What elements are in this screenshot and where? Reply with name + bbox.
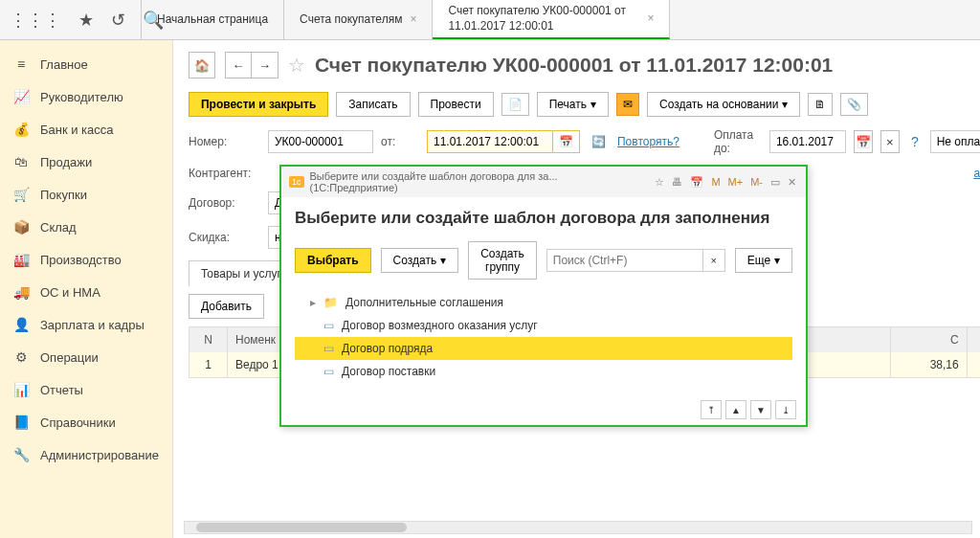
- tab-label: Счета покупателям: [300, 12, 402, 28]
- from-label: от:: [381, 135, 419, 148]
- from-date-input[interactable]: [428, 131, 552, 152]
- number-input[interactable]: [268, 130, 373, 153]
- sidebar-item-1[interactable]: 📈Руководителю: [0, 80, 172, 113]
- close-icon[interactable]: ×: [410, 12, 416, 28]
- sidebar: ≡Главное📈Руководителю💰Банк и касса🛍Прода…: [0, 40, 173, 538]
- sidebar-item-9[interactable]: ⚙Операции: [0, 341, 172, 373]
- post-and-close-button[interactable]: Провести и закрыть: [189, 92, 328, 117]
- post-button[interactable]: Провести: [418, 92, 494, 117]
- sidebar-item-8[interactable]: 👤Зарплата и кадры: [0, 308, 172, 341]
- sidebar-label: Банк и касса: [40, 123, 114, 137]
- create-based-button[interactable]: Создать на основании ▾: [647, 92, 801, 117]
- sidebar-icon: 📦: [13, 219, 29, 235]
- home-button[interactable]: 🏠: [189, 52, 215, 78]
- template-tree: ▸📁Дополнительные соглашения▭Договор возм…: [295, 291, 792, 383]
- nav-top-icon[interactable]: ⤒: [701, 400, 722, 419]
- tree-item-3[interactable]: ▭Договор поставки: [295, 360, 792, 383]
- sidebar-label: Продажи: [40, 155, 92, 169]
- minimize-icon[interactable]: ▭: [768, 176, 782, 189]
- print-button[interactable]: Печать ▾: [537, 92, 609, 117]
- sidebar-label: Производство: [40, 253, 122, 267]
- sidebar-item-6[interactable]: 🏭Производство: [0, 243, 172, 276]
- nav-up-icon[interactable]: ▲: [725, 400, 746, 419]
- sidebar-icon: ⚙: [13, 349, 29, 365]
- sidebar-item-12[interactable]: 🔧Администрирование: [0, 438, 172, 471]
- modal-toolbar: Выбрать Создать ▾ Создать группу × Еще ▾: [295, 241, 792, 280]
- horizontal-scrollbar[interactable]: [184, 521, 972, 534]
- select-button[interactable]: Выбрать: [295, 248, 371, 273]
- sidebar-item-4[interactable]: 🛒Покупки: [0, 178, 172, 211]
- history-icon[interactable]: ↺: [111, 10, 125, 31]
- modal-heading: Выберите или создайте шаблон договора дл…: [295, 209, 792, 228]
- app-icon: 1c: [289, 176, 304, 188]
- forward-button[interactable]: →: [252, 52, 278, 78]
- apps-icon[interactable]: ⋮⋮⋮: [10, 10, 61, 31]
- close-icon[interactable]: ×: [647, 11, 654, 27]
- sidebar-icon: 💰: [13, 122, 29, 137]
- tree-item-0[interactable]: ▸📁Дополнительные соглашения: [295, 291, 792, 314]
- sidebar-icon: 📊: [13, 382, 29, 397]
- save-button[interactable]: Записать: [336, 92, 410, 117]
- calendar-icon[interactable]: 📅: [854, 130, 873, 153]
- tree-item-1[interactable]: ▭Договор возмездного оказания услуг: [295, 314, 792, 337]
- search-input[interactable]: [546, 249, 702, 272]
- discount-label: Скидка:: [189, 231, 260, 244]
- chevron-right-icon: ▸: [310, 296, 316, 309]
- item-icon: ▭: [323, 365, 334, 378]
- vat-link[interactable]: а (НДС сверху): [973, 167, 980, 180]
- tree-item-2[interactable]: ▭Договор подряда: [295, 337, 792, 360]
- sidebar-item-2[interactable]: 💰Банк и касса: [0, 113, 172, 146]
- tab-invoices[interactable]: Счета покупателям ×: [284, 0, 433, 39]
- nav-bottom-icon[interactable]: ⤓: [775, 400, 796, 419]
- refresh-icon[interactable]: 🔄: [588, 135, 610, 148]
- status-input[interactable]: [930, 130, 980, 153]
- sidebar-item-5[interactable]: 📦Склад: [0, 211, 172, 243]
- help-icon[interactable]: ?: [907, 134, 923, 149]
- clear-icon[interactable]: ×: [702, 249, 725, 272]
- template-modal: 1c Выберите или создайте шаблон договора…: [279, 165, 808, 427]
- tree-label: Договор возмездного оказания услуг: [342, 319, 538, 332]
- report-icon-button[interactable]: 🗎: [808, 93, 833, 116]
- tab-bar: Начальная страница Счета покупателям × С…: [142, 0, 980, 39]
- sidebar-icon: 🛒: [13, 187, 29, 202]
- tab-label: Начальная страница: [157, 12, 268, 28]
- tab-invoice-doc[interactable]: Счет покупателю УК00-000001 от 11.01.201…: [433, 0, 670, 39]
- calendar-icon[interactable]: 📅: [688, 176, 705, 189]
- chevron-down-icon: ▾: [774, 254, 780, 267]
- modal-titlebar[interactable]: 1c Выберите или создайте шаблон договора…: [281, 167, 806, 197]
- sidebar-item-10[interactable]: 📊Отчеты: [0, 373, 172, 406]
- clear-icon[interactable]: ×: [880, 130, 900, 153]
- payuntil-input[interactable]: [769, 130, 846, 153]
- tab-home[interactable]: Начальная страница: [142, 0, 284, 39]
- add-button[interactable]: Добавить: [189, 294, 264, 319]
- document-icon-button[interactable]: 📄: [501, 93, 529, 116]
- repeat-link[interactable]: Повторять?: [617, 135, 679, 148]
- calc-mminus-icon[interactable]: M-: [748, 176, 765, 189]
- modal-window-title: Выберите или создайте шаблон договора дл…: [310, 170, 648, 193]
- sidebar-item-11[interactable]: 📘Справочники: [0, 406, 172, 438]
- calc-m-icon[interactable]: M: [709, 176, 722, 189]
- item-icon: ▭: [323, 342, 334, 355]
- sidebar-icon: 📘: [13, 415, 29, 430]
- create-button[interactable]: Создать ▾: [381, 248, 459, 273]
- mail-icon-button[interactable]: ✉: [616, 93, 639, 116]
- sidebar-icon: 🏭: [13, 252, 29, 267]
- favorite-icon[interactable]: ☆: [653, 176, 666, 189]
- star-icon[interactable]: ★: [78, 10, 94, 31]
- sidebar-label: Справочники: [40, 415, 116, 430]
- back-button[interactable]: ←: [225, 52, 252, 78]
- page-title: Счет покупателю УК00-000001 от 11.01.201…: [315, 54, 833, 77]
- nav-down-icon[interactable]: ▼: [750, 400, 771, 419]
- create-group-button[interactable]: Создать группу: [468, 241, 537, 280]
- sidebar-item-0[interactable]: ≡Главное: [0, 48, 172, 80]
- calc-mplus-icon[interactable]: M+: [726, 176, 746, 189]
- sidebar-icon: 🛍: [13, 154, 29, 169]
- attachment-icon-button[interactable]: 📎: [840, 93, 868, 116]
- print-icon[interactable]: 🖶: [670, 176, 684, 189]
- modal-more-button[interactable]: Еще ▾: [735, 248, 792, 273]
- favorite-icon[interactable]: ☆: [288, 54, 305, 77]
- sidebar-item-3[interactable]: 🛍Продажи: [0, 146, 172, 178]
- calendar-icon[interactable]: 📅: [552, 131, 579, 152]
- sidebar-item-7[interactable]: 🚚ОС и НМА: [0, 276, 172, 308]
- close-icon[interactable]: ✕: [786, 176, 798, 189]
